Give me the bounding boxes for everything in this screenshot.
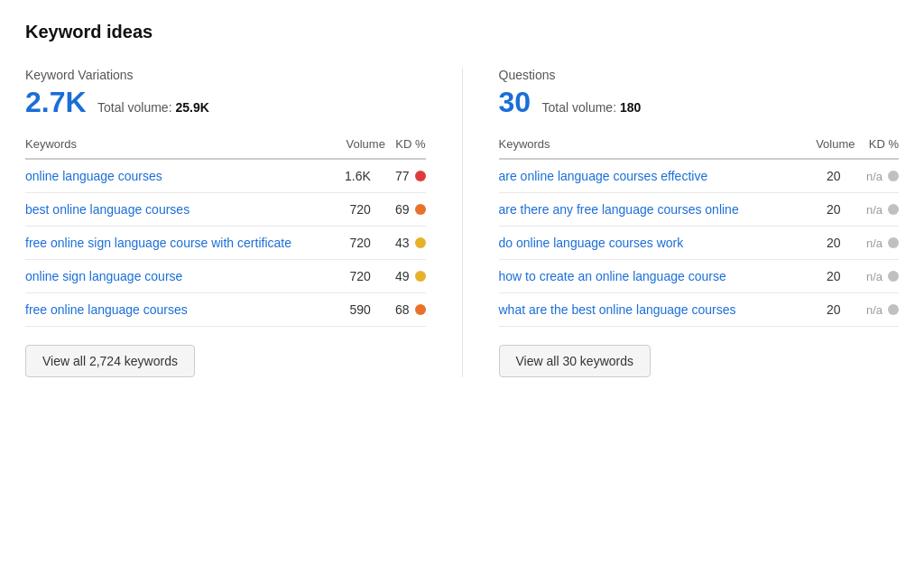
table-row: free online language courses59068 [25, 293, 426, 327]
table-row: what are the best online language course… [499, 293, 900, 327]
table-row: online sign language course72049 [25, 260, 426, 293]
kd-dot-icon [415, 204, 426, 215]
page-title: Keyword ideas [25, 22, 899, 42]
questions-total-volume: Total volume: 180 [542, 100, 642, 115]
keyword-volume: 720 [337, 260, 385, 293]
table-row: are there any free language courses onli… [499, 193, 900, 227]
table-row: online language courses1.6K77 [25, 159, 426, 193]
kd-dot-icon [888, 271, 899, 282]
keyword-kd: n/a [855, 159, 900, 193]
keyword-volume: 590 [337, 293, 385, 327]
keyword-kd: n/a [855, 260, 900, 293]
kd-dot-icon [888, 304, 899, 315]
kd-dot-icon [415, 271, 426, 282]
keyword-link[interactable]: do online language courses work [499, 227, 806, 260]
variations-count: 2.7K [25, 86, 87, 118]
variations-view-all-button[interactable]: View all 2,724 keywords [25, 345, 195, 377]
keyword-kd: 68 [385, 293, 426, 327]
kd-dot-icon [415, 304, 426, 315]
questions-table: Keywords Volume KD % are online language… [499, 137, 900, 327]
questions-count: 30 [499, 86, 531, 118]
keyword-volume: 20 [805, 193, 855, 227]
keyword-kd: 49 [385, 260, 426, 293]
questions-section: Questions 30 Total volume: 180 Keywords … [462, 68, 900, 377]
keyword-volume: 20 [805, 227, 855, 260]
table-row: how to create an online language course2… [499, 260, 900, 293]
keyword-kd: n/a [855, 227, 900, 260]
kd-dot-icon [888, 237, 899, 248]
questions-label: Questions [499, 68, 900, 82]
variations-total-volume: Total volume: 25.9K [97, 100, 209, 115]
keyword-kd: 77 [385, 159, 426, 193]
questions-col-volume: Volume [805, 137, 855, 159]
table-row: are online language courses effective20n… [499, 159, 900, 193]
table-row: do online language courses work20n/a [499, 227, 900, 260]
keyword-volume: 720 [337, 227, 385, 260]
keyword-link[interactable]: what are the best online language course… [499, 293, 806, 327]
keyword-kd: n/a [855, 193, 900, 227]
keyword-link[interactable]: online sign language course [25, 260, 337, 293]
keyword-kd: n/a [855, 293, 900, 327]
keyword-link[interactable]: how to create an online language course [499, 260, 806, 293]
variations-table: Keywords Volume KD % online language cou… [25, 137, 426, 327]
keyword-kd: 43 [385, 227, 426, 260]
table-row: free online sign language course with ce… [25, 227, 426, 260]
kd-dot-icon [888, 171, 899, 181]
variations-col-kd: KD % [385, 137, 426, 159]
variations-col-volume: Volume [337, 137, 385, 159]
keyword-link[interactable]: best online language courses [25, 193, 337, 227]
keyword-link[interactable]: are online language courses effective [499, 159, 806, 193]
keyword-volume: 20 [805, 260, 855, 293]
variations-col-keywords: Keywords [25, 137, 337, 159]
questions-view-all-button[interactable]: View all 30 keywords [499, 345, 651, 377]
variations-section: Keyword Variations 2.7K Total volume: 25… [25, 68, 462, 377]
keyword-link[interactable]: online language courses [25, 159, 337, 193]
kd-dot-icon [415, 171, 426, 181]
keyword-volume: 20 [805, 159, 855, 193]
kd-dot-icon [888, 204, 899, 215]
keyword-volume: 20 [805, 293, 855, 327]
variations-label: Keyword Variations [25, 68, 426, 82]
keyword-volume: 1.6K [337, 159, 385, 193]
keyword-volume: 720 [337, 193, 385, 227]
keyword-link[interactable]: free online language courses [25, 293, 337, 327]
kd-dot-icon [415, 237, 426, 248]
keyword-link[interactable]: are there any free language courses onli… [499, 193, 806, 227]
keyword-kd: 69 [385, 193, 426, 227]
table-row: best online language courses72069 [25, 193, 426, 227]
keyword-link[interactable]: free online sign language course with ce… [25, 227, 337, 260]
questions-col-kd: KD % [855, 137, 900, 159]
questions-col-keywords: Keywords [499, 137, 806, 159]
